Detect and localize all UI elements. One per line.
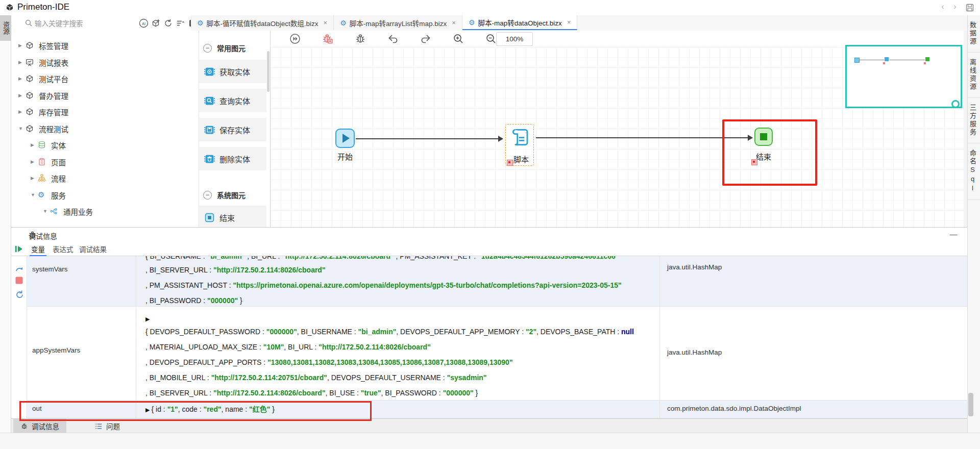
variable-name: systemVars [27,256,136,306]
sort-filter-icon[interactable] [176,18,185,28]
chevron-right-icon[interactable]: ▶ [18,43,26,48]
chevron-down-icon[interactable]: ▼ [18,126,26,131]
bizx-gear-icon: ⚙ [197,19,204,27]
bottom-tab-调试信息[interactable]: 调试信息 [13,419,66,433]
palette-item-删除实体[interactable]: 删除实体 [199,147,266,170]
redo-icon[interactable] [420,33,432,45]
minimap[interactable] [845,45,962,108]
canvas-scrollbar[interactable] [964,31,967,227]
business-icon [50,207,60,215]
tree-item-通用业务[interactable]: ▼通用业务 [43,205,93,218]
zoom-in-icon[interactable] [452,33,464,45]
script-node-icon[interactable] [509,127,531,150]
stop-icon[interactable] [15,277,23,286]
nav-forward-icon[interactable]: › [950,2,960,11]
palette-item-查询实体[interactable]: 查询实体 [199,89,266,112]
edge-start-to-script[interactable] [356,138,503,139]
undo-icon[interactable] [387,33,399,45]
edge-script-to-end[interactable] [536,137,752,138]
close-tab-icon[interactable]: × [452,19,456,27]
editor-tab-label: 脚本-map转dataObject.bizx [478,17,561,28]
editor-tab-0[interactable]: ⚙脚本-循环赋值转dataObject数组.bizx× [191,15,334,30]
collapse-icon[interactable]: − [203,191,212,199]
end-breakpoint-marker[interactable] [751,159,757,165]
script-breakpoint-marker[interactable] [507,160,513,166]
nav-back-icon[interactable]: ‹ [938,2,947,11]
right-dock-strip: 数据源离线资源三方服务命名Sql [967,15,980,433]
tree-item-督办管理[interactable]: ▶督办管理 [18,89,68,102]
save-icon[interactable] [966,4,974,14]
close-tab-icon[interactable]: × [567,18,571,26]
chevron-right-icon[interactable]: ▶ [18,93,26,98]
zoom-out-icon[interactable] [485,33,497,45]
left-dock-strip [0,15,11,433]
chevron-right-icon[interactable]: ▶ [18,60,26,65]
debug-icon[interactable] [354,33,366,45]
minimap-script-node [885,57,889,61]
palette-item-保存实体[interactable]: 保存实体 [199,118,266,141]
new-package-icon[interactable] [151,18,161,28]
tree-item-流程测试[interactable]: ▼流程测试 [18,122,68,135]
chevron-right-icon[interactable]: ▶ [18,76,26,81]
chevron-right-icon[interactable]: ▶ [31,142,38,147]
close-tab-icon[interactable]: × [324,19,328,27]
palette-group-label: 系统图元 [217,190,246,200]
chevron-down-icon[interactable]: ▼ [43,209,50,214]
palette-item-结束[interactable]: 结束 [199,206,266,227]
key-text: { BI_USERNAME : [145,256,207,260]
palette-scrollbar[interactable] [267,51,270,92]
expander-icon[interactable]: ▶ [145,316,150,322]
right-strip-tab-2[interactable]: 三方服务 [968,98,980,143]
tree-item-页面[interactable]: ▶页面 [31,155,66,168]
step-over-icon[interactable] [15,264,24,276]
zoom-level-box[interactable]: 100% [496,32,533,46]
variable-row-appSystemVars[interactable]: appSystemVars▶{ DEVOPS_DEFAULT_PASSWORD … [27,307,967,401]
debug-tab-调试结果[interactable]: 调试结果 [78,244,108,255]
tree-item-库存管理[interactable]: ▶库存管理 [18,105,68,118]
run-icon[interactable] [289,33,301,45]
right-strip-tab-1[interactable]: 离线资源 [968,53,980,98]
string-value: "000000" [443,389,474,397]
end-node[interactable] [754,128,773,146]
bottom-tab-问题[interactable]: 问题 [88,419,127,433]
palette-group-header[interactable]: −常用图元 [203,43,246,53]
tree-item-测试平台[interactable]: ▶测试平台 [18,72,68,85]
palette-group-header[interactable]: −系统图元 [203,190,246,200]
rerun-icon[interactable] [15,290,24,302]
right-strip-tab-3[interactable]: 命名Sql [968,143,980,200]
right-strip-tab-0[interactable]: 数据源 [968,15,980,53]
resume-icon[interactable] [14,244,23,256]
resource-tree: ▶标签管理▶测试报表▶测试平台▶督办管理▶库存管理▼流程测试▶实体▶页面▶流程▼… [11,31,199,227]
tree-item-测试报表[interactable]: ▶测试报表 [18,56,68,69]
search-input[interactable] [34,17,138,30]
tree-item-实体[interactable]: ▶实体 [31,138,66,152]
debug-tab-表达式[interactable]: 表达式 [51,244,75,255]
tree-item-标签管理[interactable]: ▶标签管理 [18,39,68,52]
palette-item-label: 获取实体 [219,66,250,77]
minimap-end-breakpoint [924,62,926,64]
tree-item-流程[interactable]: ▶流程 [31,171,66,185]
package-icon [26,91,36,99]
ai-assistant-icon[interactable]: AI [139,18,149,28]
refresh-icon[interactable] [163,18,173,28]
palette-item-获取实体[interactable]: 获取实体 [199,60,266,83]
stop-debug-icon[interactable] [322,33,334,45]
tree-item-服务[interactable]: ▼⚙服务 [31,188,66,202]
chevron-right-icon[interactable]: ▶ [31,159,38,164]
minimap-end-node [925,57,929,61]
debug-scrollbar-thumb[interactable] [968,393,973,416]
debug-tab-变量[interactable]: 变量 [30,244,46,256]
chevron-down-icon[interactable]: ▼ [31,192,38,197]
start-node[interactable] [335,129,355,148]
chevron-right-icon[interactable]: ▶ [31,176,38,181]
variable-row-systemVars[interactable]: systemVars{ BI_USERNAME : "bi_admin" , B… [27,256,967,307]
resources-strip-tab[interactable]: 资源 [0,15,11,41]
minimap-resize-handle[interactable] [951,100,960,108]
minimize-panel-icon[interactable]: — [948,230,959,238]
chevron-right-icon[interactable]: ▶ [18,109,26,114]
collapse-icon[interactable]: − [203,44,212,53]
string-value: "bi_admin" [358,328,397,336]
key-text: { DEVOPS_DEFAULT_PASSWORD : [145,328,266,336]
editor-tab-1[interactable]: ⚙脚本-map转arrayList转map.bizx× [334,15,462,30]
editor-tab-2[interactable]: ⚙脚本-map转dataObject.bizx× [462,15,577,30]
